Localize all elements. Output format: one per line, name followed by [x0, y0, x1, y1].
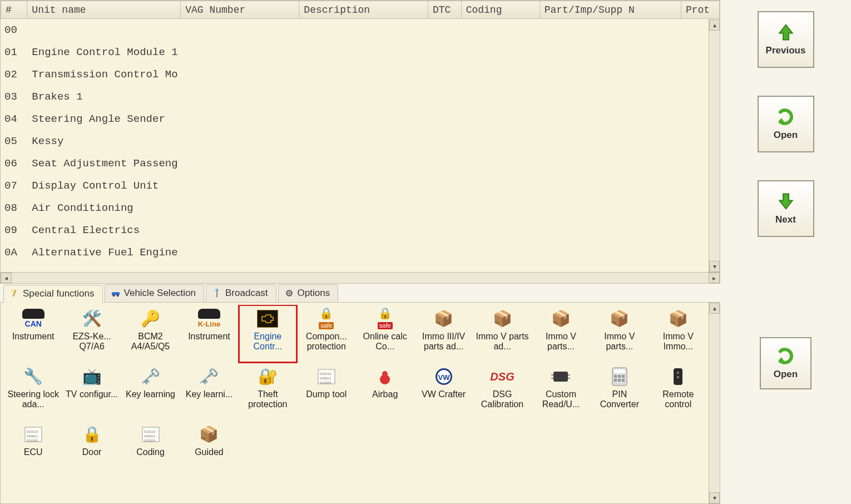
- function-engine-contr[interactable]: Engine Contr...: [239, 305, 297, 363]
- table-row[interactable]: 03Brakes 1: [1, 86, 720, 108]
- right-sidebar: Previous Open Next Open: [720, 0, 851, 504]
- svg-text:100011: 100011: [27, 434, 38, 438]
- row-cell: [461, 241, 540, 264]
- col-header-vag-number[interactable]: VAG Number: [181, 1, 299, 19]
- row-cell: [181, 241, 299, 264]
- open-button[interactable]: Open: [758, 96, 814, 152]
- scroll-left-icon[interactable]: ◂: [1, 273, 12, 283]
- table-vertical-scrollbar[interactable]: ▴ ▾: [709, 19, 720, 272]
- arrow-up-icon: [776, 23, 795, 42]
- scroll-down-icon[interactable]: ▾: [709, 492, 720, 503]
- vw-icon: VW: [431, 366, 457, 387]
- scroll-down-icon[interactable]: ▾: [709, 261, 720, 272]
- function-vw-crafter[interactable]: VWVW Crafter: [414, 363, 473, 421]
- function-guided[interactable]: 📦Guided: [180, 421, 238, 478]
- function-custom-read-u[interactable]: Custom Read/U...: [532, 363, 590, 421]
- table-row[interactable]: 00: [1, 19, 720, 42]
- table-row[interactable]: 07Display Control Unit: [1, 175, 720, 197]
- function-key-learni[interactable]: 🗝️Key learni...: [180, 363, 238, 421]
- keyglow-icon: 🗝️: [196, 366, 222, 387]
- function-remote-control[interactable]: Remote control: [649, 363, 707, 421]
- row-cell: [461, 197, 540, 219]
- function-key-learning[interactable]: 🗝️Key learning: [121, 363, 180, 421]
- next-button[interactable]: Next: [758, 180, 814, 237]
- function-theft-protection[interactable]: 🔐Theft protection: [239, 363, 297, 421]
- function-bcm2-a4-a5-q5[interactable]: 🔑BCM2 A4/A5/Q5: [121, 305, 180, 363]
- function-instrument[interactable]: CANInstrument: [4, 305, 62, 363]
- function-immo-v-immo[interactable]: 📦Immo V Immo...: [649, 305, 707, 363]
- previous-button[interactable]: Previous: [758, 11, 814, 68]
- function-steering-lock-ada[interactable]: 🔧Steering lock ada...: [4, 363, 62, 421]
- scroll-up-icon[interactable]: ▴: [709, 303, 720, 314]
- function-label: Guided: [195, 447, 224, 457]
- row-cell: [181, 63, 299, 86]
- function-label: ECU: [24, 447, 43, 457]
- function-coding[interactable]: 010110100011101000Coding: [121, 421, 180, 478]
- row-cell: [461, 130, 540, 152]
- row-cell: [181, 197, 299, 219]
- function-label: Instrument: [188, 332, 230, 342]
- function-pin-converter[interactable]: PIN Converter: [590, 363, 649, 421]
- table-row[interactable]: 06Seat Adjustment Passeng...: [1, 152, 720, 175]
- function-instrument[interactable]: K-LineInstrument: [180, 305, 238, 363]
- row-cell: [299, 63, 428, 86]
- tab-broadcast[interactable]: Broadcast: [206, 284, 276, 302]
- function-immo-v-parts[interactable]: 📦Immo V parts...: [590, 305, 649, 363]
- grid-vertical-scrollbar[interactable]: ▴ ▾: [709, 303, 720, 503]
- function-label: Dump tool: [306, 389, 347, 399]
- row-cell: [181, 219, 299, 241]
- function-online-calc-co[interactable]: 🔒safeOnline calc Co...: [355, 305, 414, 363]
- function-tv-configur[interactable]: 📺TV configur...: [62, 363, 121, 421]
- function-dsg-calibration[interactable]: DSGDSG Calibration: [473, 363, 531, 421]
- row-cell: [428, 175, 461, 197]
- svg-rect-33: [618, 379, 621, 382]
- function-immo-iii-iv-parts-ad[interactable]: 📦Immo III/IV parts ad...: [414, 305, 473, 363]
- table-row[interactable]: 0AAlternative Fuel Engine: [1, 241, 720, 264]
- open-function-button[interactable]: Open: [760, 337, 812, 389]
- row-cell: [461, 108, 540, 130]
- svg-point-18: [382, 371, 388, 377]
- function-immo-v-parts[interactable]: 📦Immo V parts...: [532, 305, 590, 363]
- open-arrow-icon: [776, 347, 795, 365]
- svg-marker-0: [779, 24, 793, 39]
- col-header-unit-name[interactable]: Unit name: [27, 1, 181, 19]
- function-immo-v-parts-ad[interactable]: 📦Immo V parts ad...: [473, 305, 531, 363]
- table-row[interactable]: 09Central Electrics: [1, 219, 720, 241]
- col-header-coding[interactable]: Coding: [461, 1, 540, 19]
- row-index: 06: [1, 152, 27, 175]
- table-row[interactable]: 04Steering Angle Sender: [1, 108, 720, 130]
- svg-rect-28: [614, 369, 625, 373]
- table-row[interactable]: 05Kessy: [1, 130, 720, 152]
- col-header-description[interactable]: Description: [299, 1, 428, 19]
- scroll-right-icon[interactable]: ▸: [709, 273, 720, 283]
- col-header-dtc[interactable]: DTC: [428, 1, 461, 19]
- arrow-down-icon: [776, 192, 795, 211]
- unit-table[interactable]: # Unit name VAG Number Description DTC C…: [1, 1, 720, 264]
- function-door[interactable]: 🔒Door: [62, 421, 121, 478]
- table-row[interactable]: 02Transmission Control Mo...: [1, 63, 720, 86]
- row-unit-name: Transmission Control Mo...: [27, 63, 181, 86]
- col-header-index[interactable]: #: [1, 1, 27, 19]
- table-row[interactable]: 08Air Conditioning: [1, 197, 720, 219]
- function-ecu[interactable]: 010110100011101000ECU: [4, 421, 62, 478]
- row-unit-name: Steering Angle Sender: [27, 108, 181, 130]
- row-cell: [540, 241, 681, 264]
- tab-special-functions[interactable]: Special functions: [3, 285, 103, 303]
- row-cell: [540, 108, 681, 130]
- function-label: VW Crafter: [422, 389, 466, 399]
- svg-rect-32: [614, 379, 617, 382]
- tab-vehicle-selection[interactable]: Vehicle Selection: [105, 284, 204, 302]
- function-dump-tool[interactable]: 010110100011101000Dump tool: [297, 363, 355, 421]
- col-header-part[interactable]: Part/Imp/Supp N: [540, 1, 681, 19]
- svg-point-12: [288, 292, 290, 294]
- function-airbag[interactable]: Airbag: [355, 363, 414, 421]
- svg-text:100011: 100011: [320, 377, 332, 380]
- function-ezs-ke-q7-a6[interactable]: 🛠️EZS-Ke... Q7/A6: [62, 305, 121, 363]
- scroll-up-icon[interactable]: ▴: [709, 19, 720, 31]
- row-cell: [461, 219, 540, 241]
- col-header-prot[interactable]: Prot: [681, 1, 719, 19]
- function-compon-protection[interactable]: 🔒safeCompon... protection: [297, 305, 355, 363]
- tab-options[interactable]: Options: [278, 284, 339, 302]
- table-horizontal-scrollbar[interactable]: ◂ ▸: [1, 272, 720, 283]
- table-row[interactable]: 01Engine Control Module 1: [1, 41, 720, 63]
